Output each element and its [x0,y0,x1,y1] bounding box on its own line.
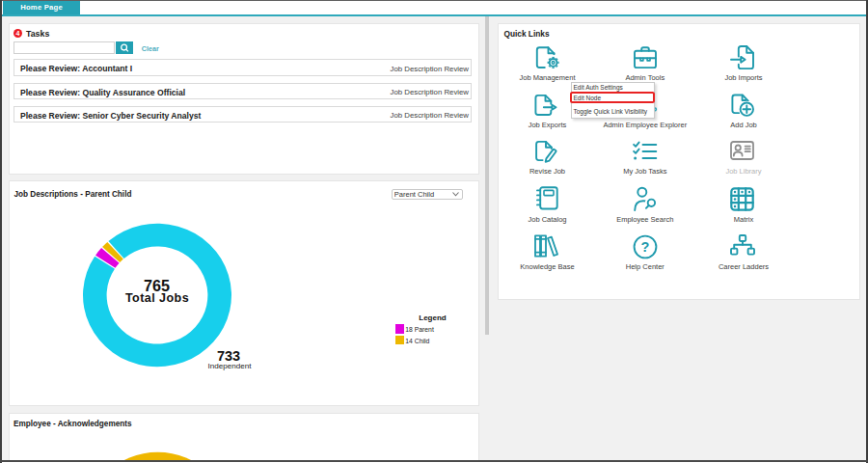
svg-text:?: ? [640,239,649,255]
